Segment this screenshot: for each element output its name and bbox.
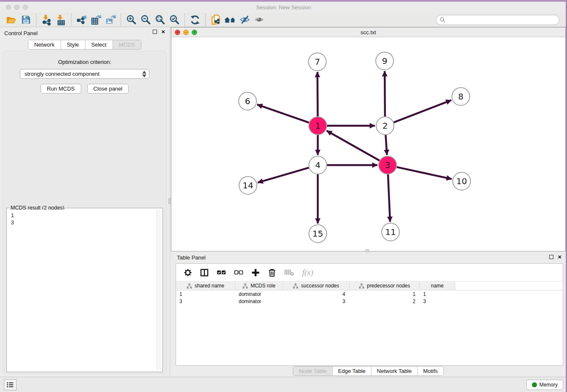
- column-type-icon: [359, 283, 364, 289]
- add-column-button[interactable]: [251, 268, 260, 277]
- float-table-panel-icon[interactable]: [549, 255, 553, 259]
- tab-motifs[interactable]: Motifs: [418, 367, 443, 375]
- column-header-shared-name[interactable]: shared name: [176, 282, 235, 290]
- tab-mcds[interactable]: MCDS: [113, 40, 141, 49]
- select-all-button[interactable]: [216, 268, 226, 277]
- graph-node-label: 1: [315, 121, 321, 131]
- deselect-all-button[interactable]: [234, 268, 244, 277]
- gear-icon: [183, 268, 193, 277]
- main-toolbar: [0, 13, 567, 27]
- import-network-button[interactable]: [39, 14, 54, 26]
- graph-edge-1-7[interactable]: [317, 72, 318, 116]
- cell-shared-name[interactable]: 3: [176, 298, 235, 305]
- search-input[interactable]: [446, 17, 556, 23]
- graph-node-label: 4: [315, 160, 321, 170]
- window-resize-grip[interactable]: [365, 249, 369, 252]
- graph-edge-2-3[interactable]: [385, 135, 387, 155]
- graph-edge-2-9[interactable]: [385, 71, 385, 116]
- network-canvas[interactable]: 7968124314101511: [171, 37, 565, 251]
- apply-layout-button[interactable]: [188, 14, 202, 26]
- criterion-dropdown[interactable]: strongly connected component: [20, 69, 149, 79]
- zoom-in-button[interactable]: [124, 14, 138, 26]
- float-panel-icon[interactable]: [153, 30, 157, 34]
- tab-network[interactable]: Network: [28, 40, 61, 49]
- column-header-mcds-role[interactable]: MCDS role: [235, 282, 283, 290]
- graph-edge-2-8[interactable]: [394, 100, 451, 122]
- network-window-titlebar: × – + scc.txt: [171, 28, 565, 37]
- cell-predecessor-nodes[interactable]: 1: [350, 290, 420, 298]
- zoom-out-button[interactable]: [138, 14, 153, 26]
- zoom-selected-button[interactable]: [167, 14, 182, 26]
- zoom-selected-icon: [169, 14, 180, 25]
- cell-shared-name[interactable]: 1: [176, 290, 235, 298]
- column-header-successor-nodes[interactable]: successor nodes: [283, 282, 350, 290]
- export-image-button[interactable]: [103, 14, 118, 26]
- graph-node-label: 8: [458, 91, 464, 102]
- result-scrollbar[interactable]: [157, 210, 161, 370]
- export-table-button[interactable]: [89, 14, 103, 26]
- delete-table-button[interactable]: [284, 268, 295, 277]
- tab-style[interactable]: Style: [61, 40, 85, 49]
- close-panel-icon[interactable]: ×: [161, 30, 165, 34]
- graph-edge-3-1[interactable]: [327, 131, 380, 160]
- save-session-button[interactable]: [19, 14, 33, 26]
- table-row[interactable]: 3 dominator 3 2 3: [176, 298, 563, 305]
- table-settings-button[interactable]: [183, 268, 193, 277]
- tab-node-table[interactable]: Node Table: [293, 367, 333, 375]
- network-view-window: × – + scc.txt 7968124314101511: [171, 27, 566, 251]
- cell-successor-nodes[interactable]: 4: [283, 290, 350, 298]
- function-builder-button[interactable]: f(x): [302, 268, 313, 277]
- open-session-button[interactable]: [4, 14, 19, 26]
- table-panel: Table Panel ×: [171, 252, 566, 376]
- search-box[interactable]: [436, 15, 559, 25]
- optimization-criterion-label: Optimization criterion:: [3, 59, 166, 65]
- dropdown-stepper-icon: [142, 70, 147, 78]
- graph-edge-3-11[interactable]: [388, 174, 390, 222]
- cell-mcds-role[interactable]: dominator: [235, 298, 283, 305]
- export-network-icon: [76, 14, 87, 25]
- show-all-button[interactable]: [252, 14, 266, 26]
- clone-network-button[interactable]: [209, 14, 223, 26]
- graph-node-label: 7: [315, 57, 320, 67]
- first-neighbors-button[interactable]: [223, 14, 237, 26]
- cell-filler: [455, 290, 563, 298]
- import-table-button[interactable]: [54, 14, 68, 26]
- run-mcds-button[interactable]: Run MCDS: [41, 84, 81, 94]
- memory-button[interactable]: Memory: [526, 380, 563, 390]
- export-network-button[interactable]: [74, 14, 89, 26]
- node-table-container: f(x) shared name MCDS role successor nod…: [176, 263, 563, 366]
- graph-edge-1-6[interactable]: [257, 105, 309, 123]
- select-all-icon: [216, 268, 226, 277]
- tab-edge-table[interactable]: Edge Table: [333, 367, 372, 375]
- cell-predecessor-nodes[interactable]: 2: [350, 298, 420, 305]
- table-header-row: shared name MCDS role successor nodes pr…: [176, 282, 563, 290]
- mcds-result-text[interactable]: 1 3: [8, 210, 161, 370]
- show-eye-icon: [253, 14, 265, 25]
- cell-name[interactable]: 3: [420, 298, 455, 305]
- save-icon: [21, 14, 31, 25]
- close-panel-button[interactable]: Close panel: [87, 84, 129, 94]
- cell-name[interactable]: 1: [420, 290, 455, 298]
- graph-node-label: 15: [312, 229, 323, 239]
- tab-network-table[interactable]: Network Table: [372, 367, 418, 375]
- column-header-predecessor-nodes[interactable]: predecessor nodes: [350, 282, 420, 290]
- tab-select[interactable]: Select: [85, 40, 113, 49]
- clone-network-icon: [210, 14, 222, 25]
- graph-edge-3-10[interactable]: [396, 167, 451, 179]
- delete-column-button[interactable]: [267, 268, 277, 277]
- task-history-button[interactable]: [4, 379, 17, 390]
- column-header-name[interactable]: name: [420, 282, 455, 290]
- control-panel-title: Control Panel: [4, 30, 38, 36]
- open-folder-icon: [6, 14, 17, 25]
- hide-selected-button[interactable]: [237, 14, 252, 26]
- close-table-panel-icon[interactable]: ×: [558, 255, 561, 259]
- graph-edge-4-14[interactable]: [258, 168, 309, 182]
- show-columns-button[interactable]: [200, 268, 209, 277]
- cell-filler: [455, 298, 563, 305]
- table-row[interactable]: 1 dominator 4 1 1: [176, 290, 563, 298]
- zoom-fit-button[interactable]: [153, 14, 167, 26]
- cell-mcds-role[interactable]: dominator: [235, 290, 283, 298]
- refresh-icon: [190, 14, 201, 25]
- control-panel: Control Panel × Network Style Select MCD…: [0, 27, 169, 377]
- cell-successor-nodes[interactable]: 3: [283, 298, 350, 305]
